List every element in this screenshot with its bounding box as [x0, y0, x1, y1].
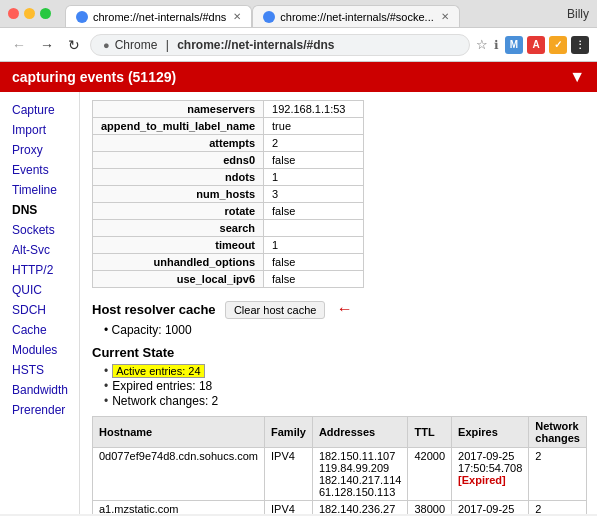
user-name: Billy: [567, 7, 589, 21]
entry-ttl: 38000: [408, 501, 452, 515]
table-row: a1.mzstatic.com IPV4 182.140.236.27182.1…: [93, 501, 587, 515]
content-area: nameservers192.168.1.1:53append_to_multi…: [80, 92, 597, 514]
dns-value: false: [264, 152, 364, 169]
entry-addresses: 182.150.11.107119.84.99.209182.140.217.1…: [312, 448, 408, 501]
sidebar-item-import[interactable]: Import: [0, 120, 79, 140]
tab-label-sockets: chrome://net-internals/#socke...: [280, 11, 433, 23]
dns-key: append_to_multi_label_name: [93, 118, 264, 135]
extension-4-icon[interactable]: ⋮: [571, 36, 589, 54]
sidebar-item-hsts[interactable]: HSTS: [0, 360, 79, 380]
dns-value: 1: [264, 237, 364, 254]
entry-family: IPV4: [265, 448, 313, 501]
dns-value: 2: [264, 135, 364, 152]
extension-2-icon[interactable]: A: [527, 36, 545, 54]
sidebar-item-prerender[interactable]: Prerender: [0, 400, 79, 420]
dns-value: 192.168.1.1:53: [264, 101, 364, 118]
reload-button[interactable]: ↻: [64, 35, 84, 55]
entry-ttl: 42000: [408, 448, 452, 501]
main-layout: Capture Import Proxy Events Timeline DNS…: [0, 92, 597, 514]
dns-table-row: search: [93, 220, 364, 237]
sidebar-item-modules[interactable]: Modules: [0, 340, 79, 360]
entry-expires: 2017-09-2517:51:23.872: [452, 501, 529, 515]
entry-network-changes: 2: [529, 448, 587, 501]
maximize-button[interactable]: [40, 8, 51, 19]
entries-table-header-cell: Addresses: [312, 417, 408, 448]
tab-favicon-sockets: [263, 11, 275, 23]
clear-host-cache-button[interactable]: Clear host cache: [225, 301, 326, 319]
dns-value: true: [264, 118, 364, 135]
extension-3-icon[interactable]: ✓: [549, 36, 567, 54]
tabs-area: chrome://net-internals/#dns ✕ chrome://n…: [65, 0, 561, 27]
tab-favicon-dns: [76, 11, 88, 23]
extension-1-icon[interactable]: M: [505, 36, 523, 54]
chrome-logo-icon: ●: [103, 39, 110, 51]
dns-key: edns0: [93, 152, 264, 169]
dns-table-row: unhandled_optionsfalse: [93, 254, 364, 271]
entries-table-header-cell: TTL: [408, 417, 452, 448]
capacity-value: Capacity: 1000: [112, 323, 192, 337]
dns-value: 1: [264, 169, 364, 186]
current-state-title: Current State: [92, 345, 585, 360]
sidebar-item-dns[interactable]: DNS: [0, 200, 79, 220]
entry-addresses: 182.140.236.27182.140.130.2561.188.191.8…: [312, 501, 408, 515]
tab-sockets[interactable]: chrome://net-internals/#socke... ✕: [252, 5, 459, 27]
info-icon[interactable]: ℹ: [494, 38, 499, 52]
dns-key: unhandled_options: [93, 254, 264, 271]
network-changes-value: Network changes: 2: [112, 394, 218, 408]
dns-key: attempts: [93, 135, 264, 152]
active-entries-item: Active entries: 24: [104, 364, 585, 378]
dns-table-row: edns0false: [93, 152, 364, 169]
sidebar-item-bandwidth[interactable]: Bandwidth: [0, 380, 79, 400]
network-changes-item: Network changes: 2: [104, 394, 585, 408]
dns-key: rotate: [93, 203, 264, 220]
sidebar-item-quic[interactable]: QUIC: [0, 280, 79, 300]
sidebar-item-alt-svc[interactable]: Alt-Svc: [0, 240, 79, 260]
expired-label: [Expired]: [458, 474, 506, 486]
sidebar-item-capture[interactable]: Capture: [0, 100, 79, 120]
banner-text: capturing events (51129): [12, 69, 176, 85]
banner-arrow-icon: ▼: [569, 68, 585, 86]
capacity-label: • Capacity: 1000: [104, 323, 585, 337]
bookmark-icon[interactable]: ☆: [476, 37, 488, 52]
dns-value: 3: [264, 186, 364, 203]
tab-close-sockets[interactable]: ✕: [441, 11, 449, 22]
dns-table-row: use_local_ipv6false: [93, 271, 364, 288]
back-button[interactable]: ←: [8, 35, 30, 55]
entries-table-header: HostnameFamilyAddressesTTLExpiresNetwork…: [93, 417, 587, 448]
entries-table-header-cell: Expires: [452, 417, 529, 448]
entries-table: HostnameFamilyAddressesTTLExpiresNetwork…: [92, 416, 587, 514]
dns-key: ndots: [93, 169, 264, 186]
sidebar-item-http2[interactable]: HTTP/2: [0, 260, 79, 280]
entries-table-header-cell: Network changes: [529, 417, 587, 448]
url-input[interactable]: ● Chrome | chrome://net-internals/#dns: [90, 34, 470, 56]
sidebar-item-proxy[interactable]: Proxy: [0, 140, 79, 160]
close-button[interactable]: [8, 8, 19, 19]
entries-table-header-cell: Hostname: [93, 417, 265, 448]
dns-value: false: [264, 203, 364, 220]
expired-entries-item: Expired entries: 18: [104, 379, 585, 393]
dns-table-row: num_hosts3: [93, 186, 364, 203]
dns-table-row: nameservers192.168.1.1:53: [93, 101, 364, 118]
sidebar-item-timeline[interactable]: Timeline: [0, 180, 79, 200]
minimize-button[interactable]: [24, 8, 35, 19]
dns-table-row: rotatefalse: [93, 203, 364, 220]
dns-table-row: timeout1: [93, 237, 364, 254]
host-resolver-section: Host resolver cache Clear host cache ← •…: [92, 300, 585, 337]
dns-key: nameservers: [93, 101, 264, 118]
dns-table-row: attempts2: [93, 135, 364, 152]
forward-button[interactable]: →: [36, 35, 58, 55]
traffic-lights: [8, 8, 51, 19]
tab-label-dns: chrome://net-internals/#dns: [93, 11, 226, 23]
sidebar-item-events[interactable]: Events: [0, 160, 79, 180]
sidebar-item-sdch[interactable]: SDCH: [0, 300, 79, 320]
capturing-events-banner: capturing events (51129) ▼: [0, 62, 597, 92]
sidebar-item-sockets[interactable]: Sockets: [0, 220, 79, 240]
sidebar-item-cache[interactable]: Cache: [0, 320, 79, 340]
expired-entries-value: Expired entries: 18: [112, 379, 212, 393]
tab-close-dns[interactable]: ✕: [233, 11, 241, 22]
extensions-area: M A ✓ ⋮: [505, 36, 589, 54]
dns-table-row: append_to_multi_label_nametrue: [93, 118, 364, 135]
dns-value: false: [264, 254, 364, 271]
tab-dns[interactable]: chrome://net-internals/#dns ✕: [65, 5, 252, 27]
active-entries-value: Active entries: 24: [112, 364, 204, 378]
